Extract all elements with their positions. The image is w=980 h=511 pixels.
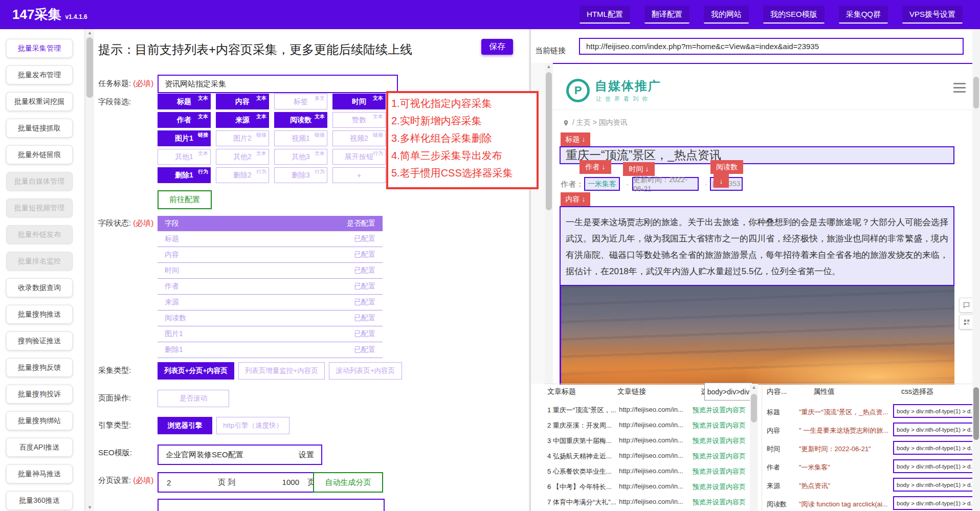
- top-menu-item-1[interactable]: HTML配置: [580, 6, 630, 24]
- panel-scrollbar-thumb[interactable]: [973, 387, 979, 440]
- field-button-11[interactable]: 视频1链接: [274, 130, 327, 146]
- list-row-title-3[interactable]: 3 中国重庆第十届梅...: [547, 436, 618, 446]
- field-button-2[interactable]: 内容文本: [216, 94, 269, 109]
- list-row-title-5[interactable]: 5 心系餐饮类毕业生...: [547, 467, 618, 476]
- field-button-18[interactable]: 删除2行为: [216, 167, 269, 183]
- list-row-title-7[interactable]: 7 体育中考满分“大礼”...: [547, 498, 618, 507]
- scroll-up-icon[interactable]: ▲: [545, 63, 553, 70]
- list-row-link-6[interactable]: http://feijiseo.com/in...: [619, 482, 691, 490]
- list-row-link-2[interactable]: http://feijiseo.com/in...: [619, 421, 691, 429]
- list-row-action-4[interactable]: 预览并设置内容页: [693, 452, 746, 461]
- page-scrollbar[interactable]: [972, 29, 980, 511]
- field-button-1[interactable]: 标题文本: [158, 94, 211, 109]
- save-button[interactable]: 保存: [481, 39, 513, 55]
- pagination-to[interactable]: 1000: [282, 478, 299, 487]
- page-action-option-1[interactable]: 是否滚动: [158, 390, 229, 407]
- sidebar-item-10[interactable]: 收录数据查询: [6, 278, 73, 297]
- seo-template-box[interactable]: 企业官网装修SEO配置 设置: [158, 445, 322, 465]
- page-scrollbar-thumb[interactable]: [973, 77, 979, 108]
- collect-type-option-1[interactable]: 列表页+分页+内容页: [158, 362, 234, 380]
- scroll-down-icon[interactable]: ▼: [85, 504, 94, 511]
- field-button-16[interactable]: 展开按钮行为: [332, 149, 386, 165]
- list-row-link-3[interactable]: http://feijiseo.com/in...: [619, 436, 691, 444]
- field-button-6[interactable]: 来源文本: [216, 112, 269, 128]
- sidebar-item-4[interactable]: 批量链接抓取: [6, 119, 73, 138]
- scroll-up-icon[interactable]: ▲: [85, 29, 94, 36]
- sidebar-item-18[interactable]: 批量360推送: [6, 491, 73, 510]
- sidebar-item-12[interactable]: 搜狗验证推送: [6, 331, 73, 350]
- list-row-title-2[interactable]: 2 重庆巫溪：开发周...: [547, 421, 618, 430]
- list-row-action-6[interactable]: 预览并设置内容页: [693, 482, 746, 492]
- task-title-input[interactable]: 资讯网站指定采集: [158, 75, 398, 93]
- seo-template-set-button[interactable]: 设置: [299, 450, 314, 460]
- top-menu-item-5[interactable]: 采集QQ群: [839, 6, 888, 24]
- list-scrollbar-thumb[interactable]: [751, 394, 757, 423]
- list-row-action-7[interactable]: 预览并设置内容页: [693, 498, 746, 507]
- sidebar-item-1[interactable]: 批量采集管理: [6, 39, 73, 58]
- field-button-20[interactable]: +: [332, 167, 386, 183]
- list-row-title-6[interactable]: 6 【中考】今年特长...: [547, 482, 618, 492]
- top-menu-item-6[interactable]: VPS拨号设置: [902, 6, 963, 24]
- list-row-link-7[interactable]: http://feijiseo.com/in...: [619, 498, 691, 505]
- selector-row-css-input-4[interactable]: body > div:nth-of-type(1) > d...: [893, 459, 975, 473]
- top-menu-item-4[interactable]: 我的SEO模版: [763, 6, 825, 24]
- list-row-link-4[interactable]: http://feijiseo.com/in...: [619, 452, 691, 459]
- selector-row-css-input-6[interactable]: body > div:nth-of-type(1) > d...: [893, 496, 975, 510]
- list-row-link-1[interactable]: http://feijiseo.com/in...: [619, 406, 691, 413]
- sidebar-item-16[interactable]: 百度API推送: [6, 438, 73, 457]
- list-row-action-3[interactable]: 预览并设置内容页: [693, 436, 746, 446]
- field-button-4[interactable]: 时间文本: [332, 94, 386, 109]
- selector-row-css-input-3[interactable]: body > div:nth-of-type(1) > d...: [893, 441, 975, 455]
- field-button-9[interactable]: 图片1链接: [158, 130, 211, 146]
- form-scrollbar[interactable]: ▲ ▼: [85, 29, 94, 511]
- list-row-title-1[interactable]: 1 重庆一“顶流”景区，...: [547, 406, 618, 415]
- list-row-title-4[interactable]: 4 弘扬航天精神走近...: [547, 452, 618, 461]
- field-button-12[interactable]: 视频2链接: [332, 130, 386, 146]
- current-link-input[interactable]: http://feijiseo.com/index.php?m=home&c=V…: [579, 38, 964, 55]
- field-button-14[interactable]: 其他2文本: [216, 149, 269, 165]
- list-row-action-5[interactable]: 预览并设置内容页: [693, 467, 746, 476]
- sidebar-item-13[interactable]: 批量搜狗反馈: [6, 358, 73, 377]
- preview-scrollbar-thumb[interactable]: [546, 72, 552, 210]
- preview-scrollbar[interactable]: ▲: [545, 63, 553, 384]
- auto-pagination-button[interactable]: 自动生成分页: [313, 472, 383, 493]
- collect-type-option-3[interactable]: 滚动列表页+内容页: [329, 362, 402, 380]
- field-button-13[interactable]: 其他1文本: [158, 149, 211, 165]
- selector-row-css-input-1[interactable]: body > div:nth-of-type(1) > d...: [893, 404, 975, 418]
- sidebar-item-5[interactable]: 批量外链留痕: [6, 145, 73, 164]
- engine-type-option-2[interactable]: http引擎（速度快）: [216, 417, 289, 434]
- sidebar-item-2[interactable]: 批量发布管理: [6, 65, 73, 84]
- field-button-7[interactable]: 阅读数文本: [274, 112, 327, 128]
- top-menu-item-3[interactable]: 我的网站: [704, 6, 749, 24]
- sidebar-item-17[interactable]: 批量神马推送: [6, 464, 73, 483]
- pagination-from[interactable]: 2: [167, 478, 171, 487]
- pagination-list-box[interactable]: [158, 499, 385, 511]
- top-menu-item-2[interactable]: 翻译配置: [644, 6, 689, 24]
- field-button-3[interactable]: 标签多文: [274, 94, 327, 109]
- sidebar-item-3[interactable]: 批量权重词挖掘: [6, 92, 73, 111]
- field-button-8[interactable]: 赞数文本: [332, 112, 386, 128]
- list-row-action-1[interactable]: 预览并设置内容页: [693, 406, 746, 415]
- hamburger-menu-icon[interactable]: [953, 83, 966, 93]
- selector-row-css-input-5[interactable]: body > div:nth-of-type(1) > d...: [893, 478, 975, 492]
- field-button-15[interactable]: 其他3文本: [274, 149, 327, 165]
- field-button-10[interactable]: 图片2链接: [216, 130, 269, 146]
- sidebar-item-11[interactable]: 批量搜狗推送: [6, 305, 73, 324]
- sidebar-item-15[interactable]: 批量搜狗绑站: [6, 411, 73, 430]
- collect-type-option-2[interactable]: 列表页增量监控+内容页: [238, 362, 325, 380]
- field-button-5[interactable]: 作者文本: [158, 112, 211, 128]
- field-button-19[interactable]: 删除3行为: [274, 167, 327, 183]
- selector-row-css-input-2[interactable]: body > div:nth-of-type(1) > d...: [893, 423, 975, 436]
- form-scrollbar-thumb[interactable]: [86, 37, 93, 98]
- list-scrollbar[interactable]: ▲: [750, 384, 758, 511]
- engine-type-option-1[interactable]: 浏览器引擎: [158, 417, 212, 434]
- pagination-box[interactable]: 2 页 到 1000 页: [158, 472, 324, 493]
- comment-widget-button[interactable]: [959, 298, 974, 313]
- field-button-17[interactable]: 删除1行为: [158, 167, 211, 183]
- list-row-action-2[interactable]: 预览并设置内容页: [693, 421, 746, 430]
- qr-widget-button[interactable]: [959, 315, 974, 329]
- sidebar-item-14[interactable]: 批量搜狗投诉: [6, 385, 73, 404]
- list-row-link-5[interactable]: http://feijiseo.com/in...: [619, 467, 691, 475]
- scroll-up-icon[interactable]: ▲: [750, 384, 758, 391]
- goto-config-button[interactable]: 前往配置: [158, 190, 212, 209]
